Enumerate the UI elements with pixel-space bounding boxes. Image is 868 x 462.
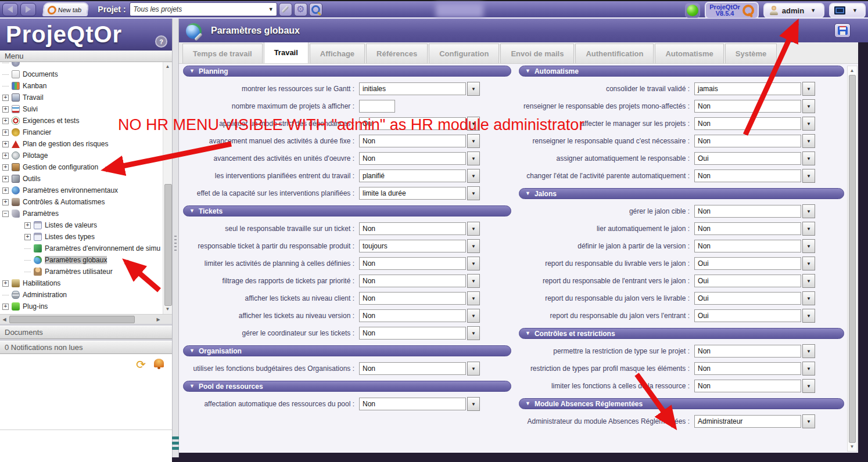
menu-item-kanban[interactable]: Kanban [0,80,163,92]
dropdown-button[interactable]: ▼ [802,344,815,358]
panel-splitter[interactable] [172,19,179,457]
dropdown-button[interactable]: ▼ [802,414,815,428]
field-select-affecter-le-manager-sur-les-projet[interactable]: Non [694,117,801,130]
forward-button[interactable] [20,3,36,16]
menu-item-administration[interactable]: Administration [0,289,163,301]
dropdown-button[interactable]: ▼ [802,82,815,96]
section-header-tickets[interactable]: ▼Tickets [183,205,511,216]
tab-references[interactable]: Références [366,44,428,63]
save-button[interactable] [834,23,851,38]
splitter-grip-icon[interactable] [174,236,177,251]
refresh-icon[interactable]: ⟳ [136,359,146,429]
status-indicator-button[interactable] [685,3,700,18]
dropdown-button[interactable]: ▼ [802,151,815,165]
section-header-controles-et-restrictions[interactable]: ▼Contrôles et restrictions [519,328,844,339]
menu-item-documents[interactable]: Documents [0,68,163,80]
back-button[interactable] [2,3,18,16]
tab-affichage[interactable]: Affichage [310,44,365,63]
menu-panel-header[interactable]: Menu [0,50,172,62]
menu-item-controles-automatismes[interactable]: +Contrôles & Automatismes [0,196,163,208]
menu-item-suivi[interactable]: +Suivi [0,103,163,115]
settings-button[interactable]: ⚙ [294,3,307,16]
dropdown-button[interactable]: ▼ [802,291,815,305]
dropdown-button[interactable]: ▼ [467,222,480,236]
version-badge[interactable]: ProjeQtOrV8.5.4 [705,2,759,19]
tab-temps-de-travail[interactable]: Temps de travail [182,44,263,63]
dropdown-button[interactable]: ▼ [802,99,815,113]
field-select-les-interventions-planifiees-entre[interactable]: planifié [359,169,466,182]
dropdown-button[interactable]: ▼ [802,134,815,148]
menu-item-listes-de-valeurs[interactable]: +Listes de valeurs [0,219,163,231]
dropdown-button[interactable]: ▼ [802,239,815,253]
dropdown-button[interactable]: ▼ [467,239,480,253]
dropdown-button[interactable]: ▼ [467,134,480,148]
field-select-gerer-le-coordinateur-sur-les-tick[interactable]: Non [359,327,466,340]
bell-icon[interactable] [154,359,164,367]
tree-vertical-scrollbar[interactable]: ▲ ▼ [163,62,172,314]
dropdown-button[interactable]: ▼ [802,169,815,183]
scrollbar-thumb[interactable] [849,75,856,443]
scroll-down-icon[interactable]: ▼ [849,443,855,450]
field-select-effet-de-la-capacite-sur-les-inter[interactable]: limite la durée [359,187,466,200]
dropdown-button[interactable]: ▼ [802,222,815,236]
field-select-limiter-les-fonctions-a-celles-de-[interactable]: Non [694,380,801,392]
field-select-avancement-des-activites-en-unites[interactable]: Non [359,152,466,165]
expand-toggle-icon[interactable]: + [2,199,9,205]
menu-item-plug-ins[interactable]: +Plug-ins [0,301,163,312]
expand-toggle-icon[interactable]: + [2,95,9,101]
expand-toggle-icon[interactable]: + [2,106,9,113]
expand-toggle-icon[interactable]: + [2,164,9,171]
dropdown-button[interactable]: ▼ [802,117,815,131]
scroll-down-icon[interactable]: ▼ [164,306,171,312]
expand-toggle-icon[interactable]: + [2,141,9,147]
dropdown-button[interactable]: ▼ [467,326,480,340]
field-select-renseigner-le-responsable-quand-c-[interactable]: Non [694,135,801,147]
section-header-automatisme[interactable]: ▼Automatisme [519,66,844,77]
section-header-jalons[interactable]: ▼Jalons [519,188,844,199]
field-select-definir-le-jalon-a-partir-de-la-ve[interactable]: Non [694,240,801,252]
user-menu-button[interactable]: admin ▼ [763,3,824,18]
tab-authentification[interactable]: Authentification [575,44,654,63]
expand-toggle-icon[interactable]: + [2,176,9,182]
dropdown-button[interactable]: ▼ [467,291,480,305]
field-select-changer-l-etat-de-l-activite-paren[interactable]: Non [694,169,801,182]
dropdown-button[interactable]: ▼ [802,309,815,323]
dropdown-button[interactable]: ▼ [467,169,480,183]
field-input-nombre-maximum-de-projets-a-affich[interactable] [359,100,395,113]
menu-item-pilotage[interactable]: +Pilotage [0,150,163,161]
menu-item-parametres[interactable]: −Paramètres [0,208,163,219]
field-select-limiter-les-activites-de-planning-[interactable]: Non [359,257,466,270]
display-menu-button[interactable]: ▼ [829,3,866,18]
expand-toggle-icon[interactable]: + [2,187,9,194]
field-select-afficher-les-tickets-au-niveau-ver[interactable]: Non [359,309,466,322]
menu-item-gestion-de-configuration[interactable]: +Gestion de configuration [0,161,163,173]
scroll-right-icon[interactable]: ▶ [155,316,162,323]
edit-button[interactable] [279,3,292,16]
field-select-avancement-manuel-des-activites-a-[interactable]: Non [359,135,466,147]
menu-item-parametres-globaux[interactable]: Paramètres globaux [0,254,163,266]
dropdown-button[interactable]: ▼ [467,151,480,165]
tab-configuration[interactable]: Configuration [429,44,499,63]
new-tab-button[interactable]: New tab [42,2,89,16]
dropdown-button[interactable]: ▼ [802,379,815,393]
help-icon[interactable]: ? [155,35,167,48]
field-select-gerer-le-jalon-cible[interactable]: Non [694,205,801,218]
dropdown-button[interactable]: ▼ [802,274,815,288]
dropdown-button[interactable]: ▼ [467,82,480,96]
dropdown-button[interactable]: ▼ [467,257,480,270]
collapse-toggle-icon[interactable]: − [2,211,9,217]
expand-toggle-icon[interactable]: + [2,304,9,310]
field-select-renseigner-le-responsable-des-proj[interactable]: Non [694,100,801,113]
section-header-pool-de-ressources[interactable]: ▼Pool de ressources [183,381,511,392]
field-select-affectation-automatique-des-ressou[interactable]: Non [359,398,466,410]
section-header-planning[interactable]: ▼Planning [183,66,511,77]
menu-item-listes-des-types[interactable]: +Listes des types [0,231,163,243]
expand-toggle-icon[interactable]: + [2,118,9,124]
field-select-assigner-automatiquement-le-respon[interactable]: Oui [694,152,801,165]
expand-toggle-icon[interactable]: + [2,153,9,159]
field-select-filtrage-des-rapports-de-tickets-p[interactable]: Non [359,275,466,287]
scrollbar-thumb[interactable] [9,316,135,323]
scroll-left-icon[interactable]: ◀ [1,316,8,323]
content-scrollbar[interactable]: ▲ ▼ [847,66,858,452]
menu-item-parametres-environnementaux[interactable]: +Paramètres environnementaux [0,185,163,196]
